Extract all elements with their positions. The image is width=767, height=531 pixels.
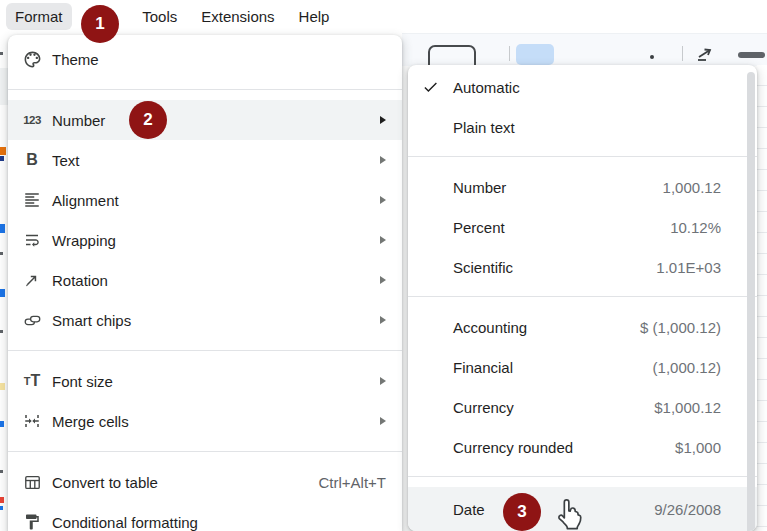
spreadsheet-edge-fragment [0,252,3,255]
format-example: $1,000 [675,439,721,456]
menu-item-conditional-formatting[interactable]: Conditional formatting [8,502,402,531]
submenu-item-plain-text[interactable]: Plain text [408,107,757,147]
number-submenu: Automatic Plain text Number 1,000.12 Per… [408,65,757,531]
menu-item-label: Convert to table [52,474,158,491]
menu-separator [8,89,402,90]
menu-item-text[interactable]: B Text [8,140,402,180]
menu-separator [8,451,402,452]
bold-icon: B [20,148,44,172]
spreadsheet-edge-fragment [0,330,3,333]
smart-chips-icon [20,308,44,332]
format-example: 10.12% [670,219,721,236]
format-example: 1.01E+03 [656,259,721,276]
menu-item-label: Merge cells [52,413,129,430]
menubar-item-tools[interactable]: Tools [133,3,186,30]
toolbar-divider [682,46,683,61]
submenu-arrow-icon [380,316,386,324]
menu-item-label: Conditional formatting [52,514,198,531]
menu-separator [8,350,402,351]
spreadsheet-edge-fragment [0,224,5,233]
spreadsheet-edge-fragment [0,147,6,155]
spreadsheet-edge-fragment [0,68,8,105]
menu-item-label: Theme [52,51,99,68]
merge-cells-icon [20,409,44,433]
format-example: $1,000.12 [654,399,721,416]
format-example: 1,000.12 [663,179,721,196]
menubar-item-help[interactable]: Help [290,3,339,30]
menu-item-theme[interactable]: Theme [8,39,402,79]
menu-item-rotation[interactable]: Rotation [8,260,402,300]
menu-item-alignment[interactable]: Alignment [8,180,402,220]
menu-item-label: Alignment [52,192,119,209]
menu-item-label: Rotation [52,272,108,289]
submenu-item-label: Currency [453,399,514,416]
toolbar-divider [509,46,510,61]
submenu-item-label: Scientific [453,259,513,276]
cursor-pointer-icon [552,495,586,531]
submenu-arrow-icon [380,236,386,244]
annotation-badge-3: 3 [503,493,541,531]
menu-item-number[interactable]: 123 Number [8,100,402,140]
toolbar-selected-control[interactable] [516,44,554,65]
menu-item-smart-chips[interactable]: Smart chips [8,300,402,340]
paint-roller-icon [20,510,44,531]
menu-separator [408,476,757,477]
submenu-arrow-icon [380,417,386,425]
align-left-icon [20,188,44,212]
menubar-item-extensions[interactable]: Extensions [192,3,283,30]
spreadsheet-edge-fragment [0,383,5,390]
menu-item-label: Text [52,152,80,169]
submenu-item-accounting[interactable]: Accounting $ (1,000.12) [408,307,757,347]
menu-item-label: Font size [52,373,113,390]
format-menu: Theme 123 Number B Text Alignment Wrappi… [8,35,402,531]
submenu-item-label: Number [453,179,506,196]
menu-separator [408,296,757,297]
submenu-item-percent[interactable]: Percent 10.12% [408,207,757,247]
submenu-item-label: Currency rounded [453,439,573,456]
submenu-item-automatic[interactable]: Automatic [408,67,757,107]
checkmark-icon [422,79,439,96]
format-example: 9/26/2008 [654,501,721,518]
menu-item-wrapping[interactable]: Wrapping [8,220,402,260]
wrap-text-icon [20,228,44,252]
text-rotation-icon [20,268,44,292]
numeric-123-icon: 123 [20,108,44,132]
submenu-arrow-icon [380,276,386,284]
submenu-item-label: Plain text [453,119,515,136]
menubar-item-format[interactable]: Format [6,3,72,30]
submenu-scrollbar[interactable] [747,72,755,531]
submenu-item-currency[interactable]: Currency $1,000.12 [408,387,757,427]
annotation-badge-2: 2 [129,101,167,139]
submenu-arrow-icon [380,116,386,124]
submenu-item-scientific[interactable]: Scientific 1.01E+03 [408,247,757,287]
spreadsheet-edge-fragment [0,156,4,161]
format-example: (1,000.12) [653,359,721,376]
spreadsheet-edge-fragment [0,506,3,510]
spreadsheet-edge-fragment [0,289,5,297]
annotation-badge-1: 1 [81,5,119,43]
submenu-arrow-icon [380,377,386,385]
submenu-item-currency-rounded[interactable]: Currency rounded $1,000 [408,427,757,467]
spreadsheet-edge-fragment [0,470,3,473]
submenu-arrow-icon [380,156,386,164]
submenu-item-label: Accounting [453,319,527,336]
format-example: $ (1,000.12) [640,319,721,336]
submenu-arrow-icon [380,196,386,204]
spreadsheet-right-edge [757,65,767,531]
spreadsheet-edge-fragment [0,497,4,503]
toolbar-handle[interactable] [738,52,765,58]
menu-item-label: Number [52,112,105,129]
submenu-item-financial[interactable]: Financial (1,000.12) [408,347,757,387]
submenu-item-label: Percent [453,219,505,236]
submenu-item-number[interactable]: Number 1,000.12 [408,167,757,207]
menu-item-shortcut: Ctrl+Alt+T [318,474,386,491]
menu-item-font-size[interactable]: TT Font size [8,361,402,401]
menu-item-merge-cells[interactable]: Merge cells [8,401,402,441]
menu-item-label: Smart chips [52,312,131,329]
menu-item-convert-to-table[interactable]: Convert to table Ctrl+Alt+T [8,462,402,502]
sheets-format-menu-screenshot: Format Data Tools Extensions Help Theme [0,0,767,531]
submenu-item-label: Automatic [453,79,520,96]
spreadsheet-edge-fragment [0,52,3,55]
table-icon [20,470,44,494]
menu-item-label: Wrapping [52,232,116,249]
